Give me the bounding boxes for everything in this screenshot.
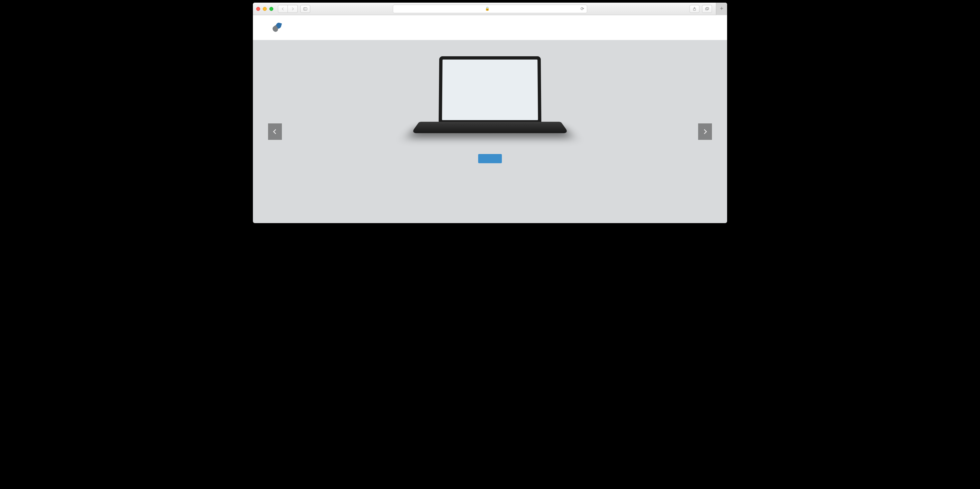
share-button[interactable]	[690, 5, 700, 13]
browser-titlebar: 🔒 ⟳ +	[253, 3, 727, 15]
chevron-left-icon	[272, 129, 278, 135]
chevron-left-icon	[280, 6, 285, 11]
back-button[interactable]	[278, 5, 288, 13]
carousel-prev-button[interactable]	[268, 124, 282, 140]
sidebar-button[interactable]	[300, 5, 310, 13]
hero-laptop-image	[419, 56, 561, 145]
reload-button[interactable]: ⟳	[581, 6, 584, 11]
forward-button[interactable]	[288, 5, 298, 13]
safari-window: 🔒 ⟳ +	[253, 3, 727, 223]
tabs-button[interactable]	[702, 5, 712, 13]
address-bar[interactable]: 🔒 ⟳	[393, 5, 587, 13]
start-trial-button[interactable]	[478, 154, 502, 163]
window-controls	[256, 7, 273, 11]
nav-back-forward	[278, 5, 298, 13]
sidebar-icon	[303, 6, 307, 11]
tabs-icon	[705, 6, 709, 11]
share-icon	[692, 6, 697, 11]
page	[253, 15, 727, 223]
window-zoom-button[interactable]	[269, 7, 273, 11]
logo-mark-icon	[273, 23, 283, 33]
svg-rect-5	[706, 7, 709, 9]
hero-overlay	[253, 40, 727, 223]
site-header	[253, 15, 727, 40]
hero	[253, 40, 727, 223]
chevron-right-icon	[702, 129, 708, 135]
carousel-next-button[interactable]	[698, 124, 712, 140]
svg-rect-0	[304, 7, 307, 10]
window-minimize-button[interactable]	[263, 7, 267, 11]
svg-rect-4	[705, 8, 708, 10]
new-tab-button[interactable]: +	[716, 3, 727, 15]
lock-icon: 🔒	[485, 6, 490, 11]
site-logo[interactable]	[273, 23, 285, 33]
window-close-button[interactable]	[256, 7, 260, 11]
chevron-right-icon	[290, 6, 295, 11]
